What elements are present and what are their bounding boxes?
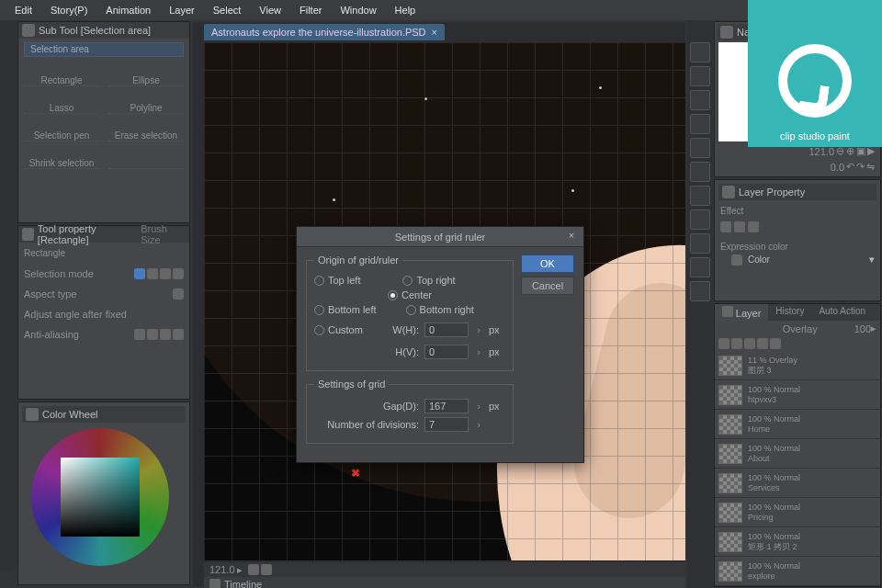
subtool-erase-selection[interactable]: Erase selection xyxy=(108,116,184,141)
cancel-button[interactable]: Cancel xyxy=(521,277,574,295)
expression-color-value[interactable]: Color xyxy=(748,254,770,265)
menu-window[interactable]: Window xyxy=(331,5,385,16)
nav-zoom-value[interactable]: 121.0 xyxy=(808,146,834,157)
layer-row[interactable]: 100 % NormalHome xyxy=(715,410,880,439)
gap-input[interactable]: 167 xyxy=(424,399,469,413)
selection-float-icon[interactable] xyxy=(690,66,710,86)
layer-row[interactable]: 100 % NormalServices xyxy=(715,469,880,498)
layer-row[interactable]: 100 % NormalPricing xyxy=(715,498,880,527)
menu-edit[interactable]: Edit xyxy=(6,5,41,16)
layer-row[interactable]: 11 % Overlay图层 3 xyxy=(715,351,880,380)
subtool-panel-header[interactable]: Sub Tool [Selection area] xyxy=(18,22,189,39)
menu-filter[interactable]: Filter xyxy=(290,5,331,16)
antialias-row[interactable]: Anti-aliasing xyxy=(24,324,184,345)
subtool-shrink-selection[interactable]: Shrink selection xyxy=(24,143,99,169)
selection-mode-row[interactable]: Selection mode xyxy=(24,264,184,284)
subtool-category[interactable]: Selection area xyxy=(24,42,184,57)
tool-property-header[interactable]: Tool property [Rectangle] Brush Size xyxy=(18,226,189,243)
lock-alpha-icon[interactable] xyxy=(731,338,742,349)
timeline-panel[interactable]: Timeline xyxy=(204,577,685,588)
blend-mode-select[interactable]: Overlay xyxy=(783,323,818,334)
selection-invert-icon[interactable] xyxy=(690,90,710,110)
ok-button[interactable]: OK xyxy=(521,254,574,273)
dialog-title-bar[interactable]: Settings of grid ruler × xyxy=(297,227,583,247)
color-square[interactable] xyxy=(61,458,140,537)
spinner-icon[interactable]: › xyxy=(474,324,483,335)
menu-view[interactable]: View xyxy=(250,5,290,16)
rotate-right-icon[interactable]: ↷ xyxy=(856,161,865,173)
spinner-icon[interactable]: › xyxy=(474,419,483,430)
spinner-icon[interactable]: › xyxy=(474,346,483,357)
radio-top-right[interactable]: Top right xyxy=(402,275,455,286)
subtool-selection-pen[interactable]: Selection pen xyxy=(24,116,99,141)
lock-icon[interactable] xyxy=(718,338,729,349)
subtool-lasso[interactable]: Lasso xyxy=(24,88,99,114)
clip-mask-icon[interactable] xyxy=(744,338,755,349)
radio-custom[interactable]: Custom xyxy=(314,324,363,335)
menu-select[interactable]: Select xyxy=(204,5,251,16)
divisions-input[interactable]: 7 xyxy=(424,417,469,432)
aspect-type-row[interactable]: Aspect type xyxy=(24,284,184,304)
subtool-polyline[interactable]: Polyline xyxy=(108,88,184,114)
selection-shrink-icon[interactable] xyxy=(690,138,710,158)
menu-story[interactable]: Story(P) xyxy=(41,5,96,16)
layer-from-sel-icon[interactable] xyxy=(690,186,710,206)
close-icon[interactable]: × xyxy=(432,27,437,38)
nav-angle-value[interactable]: 0.0 xyxy=(831,162,844,173)
layer-color-icon[interactable] xyxy=(748,221,759,232)
radio-top-left[interactable]: Top left xyxy=(314,275,360,286)
mode-intersect-icon[interactable] xyxy=(173,268,184,279)
tab-layer[interactable]: Layer xyxy=(715,304,768,321)
reference-layer-icon[interactable] xyxy=(757,338,768,349)
mode-sub-icon[interactable] xyxy=(160,268,171,279)
chevron-down-icon[interactable]: ▾ xyxy=(869,254,875,266)
tab-auto-action[interactable]: Auto Action xyxy=(811,304,873,321)
layer-row[interactable]: 100 % Normalexplore xyxy=(715,557,880,586)
zoom-value[interactable]: 121.0 xyxy=(209,564,235,575)
aa-mid-icon[interactable] xyxy=(160,329,171,340)
quickmask-icon[interactable] xyxy=(690,162,710,182)
chevron-down-icon[interactable] xyxy=(173,288,184,300)
mode-add-icon[interactable] xyxy=(147,268,158,279)
selection-expand-icon[interactable] xyxy=(690,114,710,134)
zoom-out-icon[interactable] xyxy=(248,564,259,575)
spinner-icon[interactable]: › xyxy=(474,401,483,412)
adjust-angle-row[interactable]: Adjust angle after fixed xyxy=(24,304,184,324)
aa-weak-icon[interactable] xyxy=(147,329,158,340)
chevron-right-icon[interactable]: ▸ xyxy=(871,322,876,334)
rotate-left-icon[interactable]: ↶ xyxy=(846,161,854,173)
menu-help[interactable]: Help xyxy=(386,5,425,16)
aa-strong-icon[interactable] xyxy=(173,329,184,340)
draft-layer-icon[interactable] xyxy=(770,338,781,349)
close-icon[interactable]: × xyxy=(565,230,578,243)
layer-row[interactable]: 100 % Normalhtpvxv3 xyxy=(715,380,880,410)
layer-row[interactable]: 100 % Normal矩形 1 拷贝 2 xyxy=(715,527,880,557)
subtool-ellipse[interactable]: Ellipse xyxy=(108,61,184,86)
ruler-icon[interactable] xyxy=(690,233,710,254)
grid-icon[interactable] xyxy=(690,257,710,277)
layer-list[interactable]: 11 % Overlay图层 3100 % Normalhtpvxv3100 %… xyxy=(715,351,880,586)
menu-animation[interactable]: Animation xyxy=(96,5,160,16)
menu-layer[interactable]: Layer xyxy=(160,5,204,16)
wh-input[interactable]: 0 xyxy=(424,322,469,337)
search-icon[interactable] xyxy=(690,42,710,62)
hv-input[interactable]: 0 xyxy=(424,345,469,359)
flip-h-icon[interactable]: ⇋ xyxy=(866,161,875,173)
radio-bottom-right[interactable]: Bottom right xyxy=(406,304,474,315)
perspective-icon[interactable] xyxy=(690,281,710,301)
toolprop-tab-brushsize[interactable]: Brush Size xyxy=(141,223,186,245)
layer-row[interactable]: 100 % NormalAbout xyxy=(715,439,880,469)
tone-effect-icon[interactable] xyxy=(734,221,745,232)
radio-center[interactable]: Center xyxy=(388,289,432,300)
subtool-rectangle[interactable]: Rectangle xyxy=(24,61,99,86)
snap-icon[interactable] xyxy=(690,209,710,230)
border-effect-icon[interactable] xyxy=(720,221,731,232)
mode-new-icon[interactable] xyxy=(134,268,145,279)
color-wheel-header[interactable]: Color Wheel xyxy=(22,406,186,423)
opacity-value[interactable]: 100 xyxy=(854,323,871,334)
tab-history[interactable]: History xyxy=(768,304,811,321)
radio-bottom-left[interactable]: Bottom left xyxy=(314,304,377,315)
aa-none-icon[interactable] xyxy=(134,329,145,340)
document-tab[interactable]: Astronauts explore the universe-illustra… xyxy=(204,24,445,40)
zoom-in-icon[interactable] xyxy=(261,564,272,575)
